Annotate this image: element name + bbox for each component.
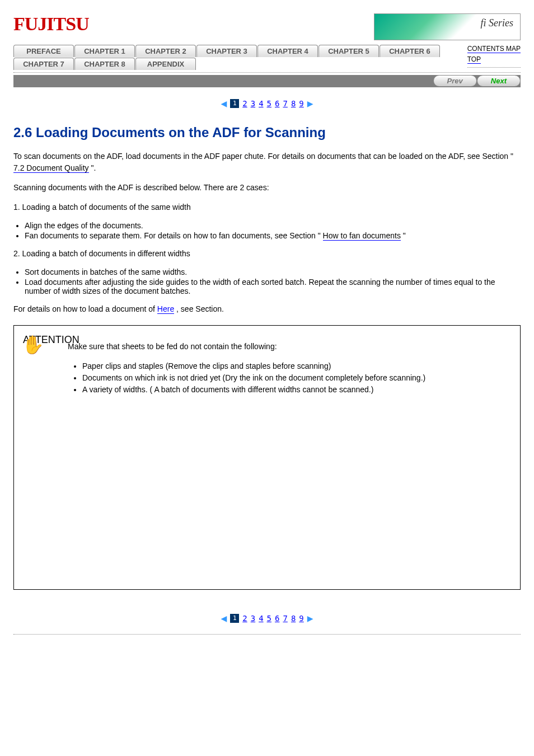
page-title: 2.6 Loading Documents on the ADF for Sca…: [13, 125, 521, 140]
pager-page[interactable]: 7: [283, 614, 287, 623]
link-here[interactable]: Here: [157, 304, 174, 314]
attention-box: ✋ ATTENTION Make sure that sheets to be …: [13, 325, 521, 590]
link-top[interactable]: TOP: [467, 55, 481, 64]
pager-prev-icon[interactable]: ◀: [221, 97, 227, 109]
pager-prev-icon[interactable]: ◀: [221, 612, 227, 624]
tab-appendix[interactable]: APPENDIX: [135, 58, 196, 70]
tab-chapter-6[interactable]: CHAPTER 6: [380, 45, 440, 57]
next-button[interactable]: Next: [477, 75, 521, 87]
pager-page[interactable]: 8: [291, 99, 296, 108]
pager-page[interactable]: 9: [299, 99, 303, 108]
pager-bottom: ◀ 1 2 3 4 5 6 7 8 9 ▶: [13, 612, 521, 624]
tab-chapter-8[interactable]: CHAPTER 8: [74, 58, 135, 70]
attention-icon: ✋: [22, 331, 44, 358]
pager-page[interactable]: 2: [242, 99, 247, 108]
pager-current: 1: [230, 99, 239, 108]
pager-page[interactable]: 8: [291, 614, 296, 623]
pager-page[interactable]: 2: [242, 614, 247, 623]
pager-page[interactable]: 4: [259, 614, 263, 623]
tab-chapter-3[interactable]: CHAPTER 3: [196, 45, 257, 57]
tab-preface[interactable]: PREFACE: [13, 45, 74, 57]
tab-chapter-1[interactable]: CHAPTER 1: [74, 45, 135, 57]
tab-chapter-4[interactable]: CHAPTER 4: [257, 45, 318, 57]
link-contents-map[interactable]: CONTENTS MAP: [467, 45, 521, 53]
tab-chapter-5[interactable]: CHAPTER 5: [318, 45, 379, 57]
link-section-7-2[interactable]: 7.2 Document Quality: [13, 163, 89, 173]
pager-page[interactable]: 3: [251, 99, 255, 108]
link-how-to-fan[interactable]: How to fan documents: [323, 231, 401, 241]
chapter-tabs: PREFACE CHAPTER 1 CHAPTER 2 CHAPTER 3 CH…: [13, 45, 456, 70]
pager-page[interactable]: 4: [259, 99, 263, 108]
tab-chapter-2[interactable]: CHAPTER 2: [135, 45, 196, 57]
body-text: To scan documents on the ADF, load docum…: [13, 151, 521, 315]
pager-page[interactable]: 7: [283, 99, 287, 108]
prev-button[interactable]: Prev: [433, 75, 477, 87]
pager-page[interactable]: 5: [267, 614, 271, 623]
pager-top: ◀ 1 2 3 4 5 6 7 8 9 ▶: [13, 97, 521, 109]
pager-page[interactable]: 6: [275, 614, 279, 623]
pager-next-icon[interactable]: ▶: [307, 97, 313, 109]
pager-next-icon[interactable]: ▶: [307, 612, 313, 624]
pager-page[interactable]: 3: [251, 614, 255, 623]
logo: FUJITSU: [13, 13, 89, 35]
pager-page[interactable]: 9: [299, 614, 303, 623]
title-bar: Prev Next: [13, 75, 521, 87]
right-links: CONTENTS MAP TOP: [467, 44, 521, 70]
pager-current: 1: [230, 614, 239, 623]
series-banner: fi Series: [374, 13, 521, 40]
pager-page[interactable]: 6: [275, 99, 279, 108]
pager-page[interactable]: 5: [267, 99, 271, 108]
tab-chapter-7[interactable]: CHAPTER 7: [13, 58, 74, 70]
